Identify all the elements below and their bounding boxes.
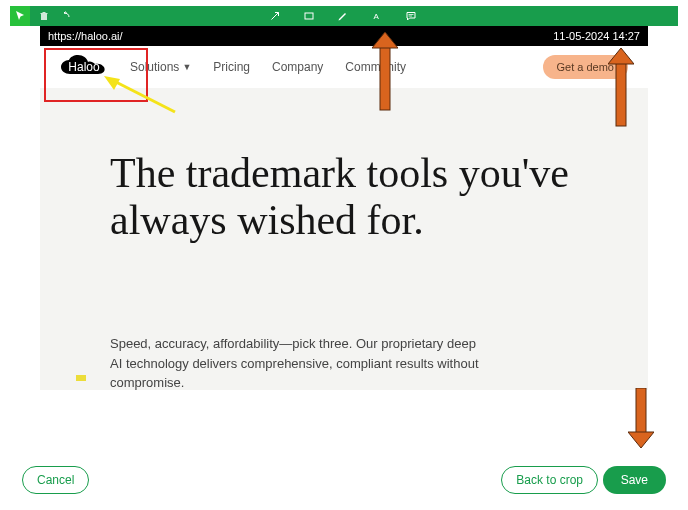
site-header: Haloo Solutions ▼ Pricing Company Commun… bbox=[40, 46, 648, 88]
svg-rect-8 bbox=[636, 388, 646, 433]
page-url: https://haloo.ai/ bbox=[48, 30, 123, 42]
back-to-crop-button[interactable]: Back to crop bbox=[501, 466, 598, 494]
site-logo: Haloo bbox=[60, 54, 108, 80]
arrow-tool[interactable] bbox=[265, 6, 285, 26]
decorative-mark bbox=[76, 375, 86, 381]
comment-tool[interactable] bbox=[401, 6, 421, 26]
hero-title: The trademark tools you've always wished… bbox=[110, 150, 598, 244]
cursor-tool[interactable] bbox=[10, 6, 30, 26]
pen-tool-icon bbox=[337, 10, 349, 22]
nav-company: Company bbox=[272, 60, 323, 74]
rectangle-tool[interactable] bbox=[299, 6, 319, 26]
undo-icon bbox=[60, 10, 72, 22]
toolbar-center-tools: A bbox=[265, 6, 423, 26]
get-demo-button: Get a demo bbox=[543, 55, 628, 79]
text-tool-icon: A bbox=[371, 10, 383, 22]
delete-tool[interactable] bbox=[34, 6, 54, 26]
annotation-orange-arrow-bottom-right[interactable] bbox=[628, 388, 654, 448]
editor-toolbar: A bbox=[10, 6, 678, 26]
pen-tool[interactable] bbox=[333, 6, 353, 26]
cancel-button[interactable]: Cancel bbox=[22, 466, 89, 494]
url-bar: https://haloo.ai/ 11-05-2024 14:27 bbox=[40, 26, 648, 46]
rectangle-tool-icon bbox=[303, 10, 315, 22]
logo-text: Haloo bbox=[68, 60, 99, 74]
svg-text:A: A bbox=[374, 12, 380, 21]
hero-section: The trademark tools you've always wished… bbox=[40, 88, 648, 390]
cursor-icon bbox=[14, 10, 26, 22]
arrow-tool-icon bbox=[269, 10, 281, 22]
comment-tool-icon bbox=[405, 10, 417, 22]
nav-community: Community bbox=[345, 60, 406, 74]
nav-pricing: Pricing bbox=[213, 60, 250, 74]
hero-subtitle: Speed, accuracy, affordability—pick thre… bbox=[110, 334, 480, 393]
nav-solutions: Solutions ▼ bbox=[130, 60, 191, 74]
chevron-down-icon: ▼ bbox=[182, 62, 191, 72]
text-tool[interactable]: A bbox=[367, 6, 387, 26]
svg-marker-9 bbox=[628, 432, 654, 448]
save-button[interactable]: Save bbox=[603, 466, 666, 494]
screenshot-canvas[interactable]: https://haloo.ai/ 11-05-2024 14:27 Haloo… bbox=[10, 26, 678, 390]
editor-bottom-bar: Cancel Back to crop Save bbox=[0, 460, 688, 500]
nav-solutions-label: Solutions bbox=[130, 60, 179, 74]
svg-rect-0 bbox=[305, 13, 313, 19]
undo-tool[interactable] bbox=[56, 6, 76, 26]
trash-icon bbox=[38, 10, 50, 22]
capture-timestamp: 11-05-2024 14:27 bbox=[553, 30, 640, 42]
